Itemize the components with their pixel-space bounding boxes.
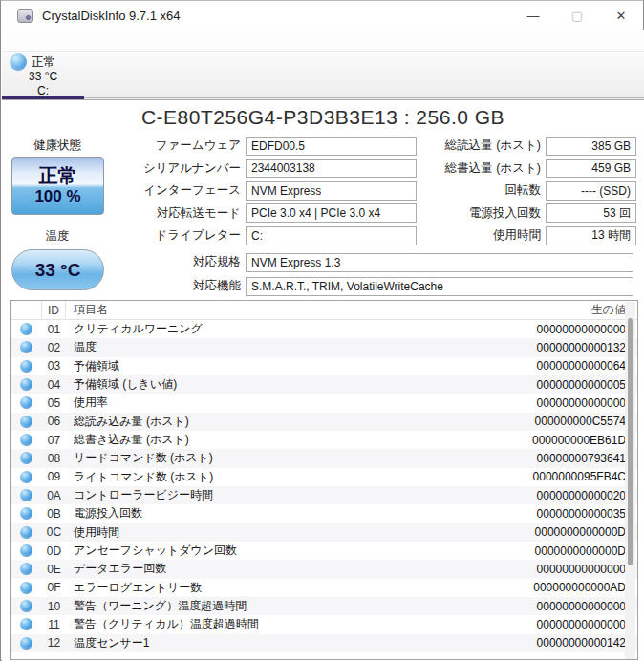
smart-attribute-row[interactable]: 0B 電源投入回数 00000000000035 (11, 504, 637, 522)
app-icon (17, 9, 33, 23)
disk-info-right-column: 総読込量 (ホスト) 385 GB 総書込量 (ホスト) 459 GB 回転数 … (419, 135, 636, 247)
header-status-column (11, 301, 42, 319)
info-label: ファームウェア (2, 138, 246, 154)
attribute-status-cell (11, 360, 42, 373)
info-value-field: 385 GB (546, 137, 636, 156)
attribute-status-cell (11, 452, 42, 464)
good-status-icon (20, 396, 32, 409)
info-value-field: C: (246, 226, 417, 245)
attribute-raw-value: 00000000000000 (532, 563, 637, 576)
attribute-id: 08 (42, 452, 66, 465)
attribute-name: 総書き込み量 (ホスト) (66, 432, 532, 448)
smart-attribute-row[interactable]: 06 総読み込み量 (ホスト) 000000000C5574 (11, 413, 637, 431)
info-label: ドライブレター (2, 227, 246, 244)
menu-item[interactable] (105, 37, 124, 43)
smart-attribute-row[interactable]: 03 予備領域 00000000000064 (11, 357, 637, 375)
drive-tab-temperature: 33 °C (29, 70, 57, 83)
smart-attribute-row[interactable]: 10 警告（ワーニング）温度超過時間 00000000000000 (11, 597, 637, 615)
good-status-icon (20, 582, 32, 594)
maximize-button[interactable]: ▢ (555, 1, 599, 30)
info-label: 対応転送モード (2, 205, 246, 222)
info-row: インターフェース NVM Express (2, 180, 419, 203)
smart-attribute-row[interactable]: 0A コントローラービジー時間 00000000000020 (11, 486, 637, 504)
drive-tab-c[interactable]: 正常 33 °C C: (2, 52, 84, 99)
info-value-field: S.M.A.R.T., TRIM, VolatileWriteCache (246, 277, 633, 296)
attribute-raw-value: 0000000095FB4C (532, 470, 637, 483)
attribute-status-cell (11, 378, 42, 391)
info-row: シリアルナンバー 2344003138 (2, 158, 419, 181)
menu-item[interactable] (29, 37, 48, 43)
smart-attribute-row[interactable]: 11 警告（クリティカル）温度超過時間 00000000000000 (11, 615, 637, 633)
table-scrollbar[interactable] (625, 302, 635, 659)
close-button[interactable]: ✕ (599, 1, 643, 30)
attribute-id: 02 (42, 341, 66, 354)
smart-attribute-row[interactable]: 07 総書き込み量 (ホスト) 000000000EB61D (11, 431, 637, 449)
good-status-icon (20, 434, 32, 446)
attribute-id: 12 (42, 636, 66, 650)
info-value-field: NVM Express 1.3 (246, 253, 633, 272)
attribute-id: 0B (42, 507, 66, 521)
smart-attribute-row[interactable]: 08 リードコマンド数 (ホスト) 00000000793641 (11, 449, 637, 467)
attribute-status-cell (11, 582, 42, 594)
smart-attribute-row[interactable]: 01 クリティカルワーニング 00000000000000 (11, 320, 637, 338)
attribute-name: 予備領域 (66, 358, 532, 374)
attribute-raw-value: 00000000000132 (532, 341, 637, 354)
smart-attribute-row[interactable]: 09 ライトコマンド数 (ホスト) 0000000095FB4C (11, 468, 637, 486)
smart-attribute-row[interactable]: 05 使用率 00000000000000 (11, 394, 637, 412)
attribute-name: データエラー回数 (66, 561, 532, 577)
window-title: CrystalDiskInfo 9.7.1 x64 (42, 9, 181, 23)
info-row: ドライブレター C: (2, 224, 419, 247)
header-name: 項目名 (66, 302, 532, 318)
attribute-status-cell (11, 341, 42, 353)
drive-tab-strip: 正常 33 °C C: (2, 52, 644, 99)
smart-attribute-row[interactable]: 12 温度センサー1 00000000000142 (11, 634, 637, 652)
attribute-raw-value: 000000000C5574 (532, 415, 637, 428)
info-label: 電源投入回数 (419, 205, 546, 222)
good-status-icon (20, 341, 32, 353)
attribute-id: 06 (42, 415, 66, 428)
smart-attribute-row[interactable]: 02 温度 00000000000132 (11, 338, 637, 356)
attribute-raw-value: 00000000000000 (532, 323, 637, 336)
attribute-name: 電源投入回数 (66, 505, 532, 522)
menu-item[interactable] (86, 37, 105, 43)
title-bar: CrystalDiskInfo 9.7.1 x64 — ▢ ✕ (1, 1, 643, 30)
smart-attribute-row[interactable]: 0D アンセーフシャットダウン回数 0000000000000D (11, 542, 637, 560)
attribute-name: 警告（ワーニング）温度超過時間 (66, 598, 532, 614)
attribute-raw-value: 00000000000005 (532, 378, 637, 392)
menu-bar (2, 30, 644, 52)
info-label: 総書込量 (ホスト) (419, 160, 546, 177)
info-row: 対応機能 S.M.A.R.T., TRIM, VolatileWriteCach… (2, 274, 636, 298)
info-row: 使用時間 13 時間 (419, 224, 636, 247)
info-label: シリアルナンバー (2, 160, 246, 177)
menu-item[interactable] (10, 37, 29, 43)
smart-attribute-row[interactable]: 0E データエラー回数 00000000000000 (11, 560, 637, 578)
menu-item[interactable] (124, 37, 143, 43)
attribute-status-cell (11, 637, 42, 650)
smart-attribute-row[interactable]: 04 予備領域 (しきい値) 00000000000005 (11, 375, 637, 394)
info-value-field: 2344003138 (246, 159, 417, 178)
attribute-name: 使用時間 (66, 524, 532, 541)
attribute-raw-value: 000000000000AD (532, 581, 637, 594)
attribute-name: 警告（クリティカル）温度超過時間 (66, 616, 532, 632)
header-raw-value: 生の値 (532, 302, 637, 318)
drive-tab-status: 正常 (32, 54, 55, 71)
attribute-raw-value: 00000000000000 (532, 600, 637, 613)
attribute-name: リードコマンド数 (ホスト) (66, 450, 532, 466)
scrollbar-thumb[interactable] (628, 318, 633, 565)
attribute-status-cell (11, 471, 42, 483)
info-value-field: 13 時間 (546, 226, 636, 245)
smart-table-rows: 01 クリティカルワーニング 00000000000000 02 温度 0000… (11, 320, 637, 652)
info-value-field: PCIe 3.0 x4 | PCIe 3.0 x4 (246, 203, 417, 223)
disk-info-middle-column: ファームウェア EDFD00.5 シリアルナンバー 2344003138 インタ… (2, 135, 419, 247)
disk-info-wide-rows: 対応規格 NVM Express 1.3 対応機能 S.M.A.R.T., TR… (2, 250, 636, 298)
smart-attribute-row[interactable]: 0C 使用時間 0000000000000D (11, 523, 637, 542)
attribute-status-cell (11, 618, 42, 630)
minimize-button[interactable]: — (511, 1, 555, 30)
info-label: 使用時間 (419, 227, 546, 244)
menu-item[interactable] (48, 37, 67, 43)
smart-attribute-row[interactable]: 0F エラーログエントリー数 000000000000AD (11, 579, 637, 597)
attribute-status-cell (11, 563, 42, 575)
info-row: 回転数 ---- (SSD) (419, 180, 636, 203)
attribute-status-cell (11, 396, 42, 409)
menu-item[interactable] (67, 37, 86, 43)
